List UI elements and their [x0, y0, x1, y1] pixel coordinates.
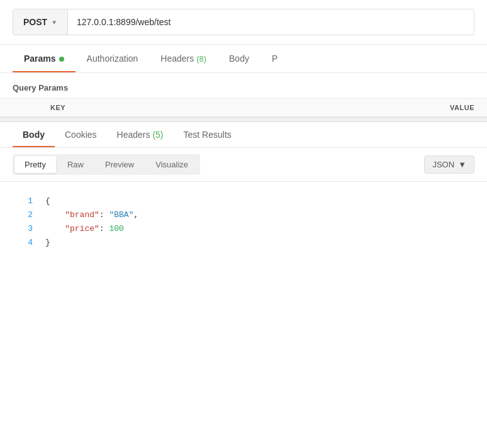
- code-line-2: 2 "brand": "BBA",: [13, 208, 474, 222]
- query-params-section: Query Params: [0, 73, 487, 99]
- method-label: POST: [23, 17, 47, 27]
- format-tabs: Pretty Raw Preview Visualize: [13, 154, 200, 175]
- code-line-3: 3 "price": 100: [13, 222, 474, 236]
- format-preview[interactable]: Preview: [95, 156, 144, 173]
- code-brace-close: }: [45, 236, 50, 250]
- code-line-3-content: "price": 100: [45, 222, 124, 236]
- params-tab-label: Params: [24, 53, 56, 64]
- response-tabs: Body Cookies Headers (5) Test Results: [0, 122, 487, 148]
- headers-tab-count: (8): [196, 54, 206, 64]
- line-num-1: 1: [13, 194, 33, 208]
- params-dot: [59, 57, 64, 62]
- pre-request-tab-label: P: [272, 53, 277, 64]
- section-divider: [0, 117, 487, 122]
- preview-label: Preview: [105, 160, 134, 169]
- type-label: JSON: [432, 160, 454, 169]
- line-num-2: 2: [13, 208, 33, 222]
- url-input[interactable]: [68, 9, 474, 35]
- response-headers-label: Headers: [117, 130, 153, 140]
- line-num-3: 3: [13, 222, 33, 236]
- visualize-label: Visualize: [155, 160, 188, 169]
- col-key-header: KEY: [13, 104, 399, 111]
- raw-label: Raw: [67, 160, 84, 169]
- tab-response-headers[interactable]: Headers (5): [107, 122, 174, 147]
- format-pretty[interactable]: Pretty: [14, 156, 56, 173]
- tab-authorization[interactable]: Authorization: [76, 45, 150, 72]
- format-bar: Pretty Raw Preview Visualize JSON ▼: [0, 148, 487, 182]
- line-num-4: 4: [13, 236, 33, 250]
- code-block: 1 { 2 "brand": "BBA", 3 "price": 100 4 }: [0, 182, 487, 262]
- code-brace-open: {: [45, 194, 50, 208]
- type-chevron-icon: ▼: [458, 160, 466, 169]
- tab-params[interactable]: Params: [13, 45, 76, 72]
- price-value: 100: [109, 224, 123, 233]
- tab-headers[interactable]: Headers (8): [149, 45, 218, 72]
- brand-value: "BBA": [109, 210, 133, 220]
- col-value-header: VALUE: [399, 104, 474, 111]
- query-params-title: Query Params: [13, 83, 68, 92]
- body-tab-label: Body: [229, 53, 249, 64]
- code-line-2-content: "brand": "BBA",: [45, 208, 138, 222]
- table-header: KEY VALUE: [0, 99, 487, 117]
- request-tabs: Params Authorization Headers (8) Body P: [0, 45, 487, 73]
- tab-pre-request[interactable]: P: [260, 45, 289, 72]
- code-line-4: 4 }: [13, 236, 474, 250]
- response-body-label: Body: [23, 130, 45, 140]
- tab-response-body[interactable]: Body: [13, 122, 55, 147]
- type-selector[interactable]: JSON ▼: [424, 155, 474, 174]
- brand-key: "brand": [65, 210, 99, 220]
- test-results-label: Test Results: [184, 130, 232, 140]
- format-raw[interactable]: Raw: [57, 156, 94, 173]
- cookies-tab-label: Cookies: [65, 130, 97, 140]
- authorization-tab-label: Authorization: [87, 53, 138, 64]
- headers-tab-label: Headers: [160, 53, 196, 64]
- url-bar: POST ▼: [0, 0, 487, 45]
- format-visualize[interactable]: Visualize: [145, 156, 198, 173]
- method-button[interactable]: POST ▼: [13, 9, 68, 35]
- tab-test-results[interactable]: Test Results: [174, 122, 242, 147]
- tab-body[interactable]: Body: [218, 45, 260, 72]
- response-headers-count: (5): [152, 130, 163, 140]
- price-key: "price": [65, 224, 99, 233]
- pretty-label: Pretty: [25, 160, 46, 169]
- method-chevron-icon: ▼: [51, 19, 57, 26]
- tab-cookies[interactable]: Cookies: [55, 122, 107, 147]
- code-line-1: 1 {: [13, 194, 474, 208]
